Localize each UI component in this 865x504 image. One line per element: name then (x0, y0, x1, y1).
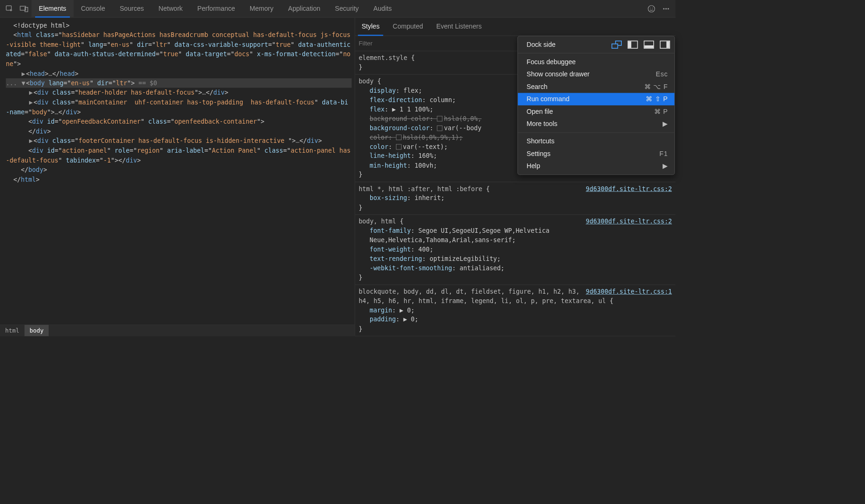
filter-input[interactable] (358, 40, 432, 47)
styles-tab-event-listeners[interactable]: Event Listeners (430, 17, 488, 35)
svg-point-7 (665, 8, 667, 9)
more-icon[interactable] (659, 1, 673, 16)
source-link[interactable]: 9d6300df.site-ltr.css:2 (586, 184, 672, 193)
svg-point-6 (663, 8, 664, 9)
dom-node[interactable]: <div id="action-panel" role="region" ari… (6, 146, 351, 165)
tab-audits[interactable]: Audits (366, 0, 399, 17)
css-rule[interactable]: 9d6300df.site-ltr.css:1blockquote, body,… (355, 285, 676, 336)
menu-item-focus-debuggee[interactable]: Focus debuggee (518, 56, 674, 68)
tab-performance[interactable]: Performance (190, 0, 242, 17)
svg-point-3 (648, 5, 655, 12)
dom-node[interactable]: <html class="hasSidebar hasPageActions h… (6, 30, 351, 68)
styles-tab-styles[interactable]: Styles (355, 17, 386, 35)
main-menu: Dock side Focus debuggeeShow (517, 36, 675, 175)
css-rule[interactable]: 9d6300df.site-ltr.css:2html *, html :aft… (355, 182, 676, 215)
tab-elements[interactable]: Elements (31, 0, 74, 17)
breadcrumb-html[interactable]: html (0, 325, 24, 336)
dom-node[interactable]: <!doctype html> (6, 21, 351, 30)
styles-tab-computed[interactable]: Computed (386, 17, 430, 35)
css-rule[interactable]: 9d6300df.site-ltr.css:2body, html {font-… (355, 215, 676, 285)
inspect-icon[interactable] (2, 1, 17, 16)
dock-undock-icon[interactable] (611, 41, 622, 49)
menu-separator (518, 133, 674, 133)
feedback-icon[interactable] (644, 1, 659, 16)
tab-sources[interactable]: Sources (112, 0, 151, 17)
menu-dock-side[interactable]: Dock side (518, 38, 674, 51)
dock-right-icon[interactable] (660, 41, 670, 49)
tab-console[interactable]: Console (74, 0, 112, 17)
dom-node[interactable]: </html> (6, 175, 351, 185)
dom-node[interactable]: ▶<div class="mainContainer uhf-container… (6, 97, 351, 117)
tab-network[interactable]: Network (151, 0, 190, 17)
menu-item-show-console-drawer[interactable]: Show console drawerEsc (518, 68, 674, 81)
tab-application[interactable]: Application (281, 0, 328, 17)
dom-node[interactable]: ▶<head>…</head> (6, 69, 351, 79)
tab-memory[interactable]: Memory (242, 0, 281, 17)
menu-item-help[interactable]: Help▶ (518, 160, 674, 172)
breadcrumb-body[interactable]: body (24, 325, 49, 336)
menu-item-settings[interactable]: SettingsF1 (518, 148, 674, 160)
menu-item-more-tools[interactable]: More tools▶ (518, 118, 674, 130)
source-link[interactable]: 9d6300df.site-ltr.css:2 (586, 217, 672, 226)
svg-point-4 (650, 7, 651, 8)
dom-node[interactable]: <div id="openFeedbackContainer" class="o… (6, 117, 351, 136)
menu-item-open-file[interactable]: Open file⌘ P (518, 105, 674, 118)
svg-rect-2 (25, 7, 28, 11)
dom-node[interactable]: ▶<div class="header-holder has-default-f… (6, 88, 351, 98)
menu-item-search[interactable]: Search⌘ ⌥ F (518, 81, 674, 93)
dock-bottom-icon[interactable] (644, 41, 654, 49)
dom-node[interactable]: </body> (6, 165, 351, 175)
device-toggle-icon[interactable] (17, 1, 31, 16)
menu-item-run-command[interactable]: Run command⌘ ⇧ P (518, 93, 674, 105)
svg-point-8 (668, 8, 669, 9)
svg-point-5 (652, 7, 653, 8)
dom-node[interactable]: ▶<div class="footerContainer has-default… (6, 136, 351, 146)
dom-tree[interactable]: <!doctype html> <html class="hasSidebar … (0, 17, 355, 324)
main-tabbar: ElementsConsoleSourcesNetworkPerformance… (0, 0, 676, 17)
source-link[interactable]: 9d6300df.site-ltr.css:1 (586, 287, 672, 296)
dom-node[interactable]: ... ▼<body lang="en-us" dir="ltr"> == $0 (6, 78, 351, 88)
tab-security[interactable]: Security (328, 0, 366, 17)
styles-tabbar: StylesComputedEvent Listeners (355, 17, 676, 36)
menu-separator (518, 53, 674, 53)
menu-item-shortcuts[interactable]: Shortcuts (518, 135, 674, 148)
breadcrumb: htmlbody (0, 325, 355, 336)
dock-left-icon[interactable] (627, 41, 638, 49)
